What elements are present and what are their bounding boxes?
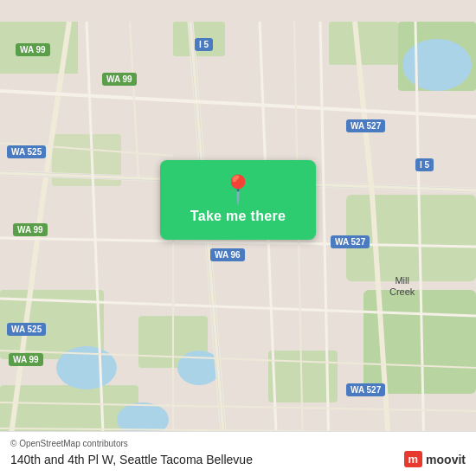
highway-label-wa99-2: WA 99 (102, 73, 137, 86)
place-label-mill-creek: MillCreek (389, 275, 415, 298)
highway-label-wa527-3: WA 527 (346, 383, 385, 396)
bottom-bar: © OpenStreetMap contributors 140th and 4… (0, 431, 476, 476)
map-container: WA 99 WA 99 WA 99 WA 99 WA 525 WA 525 WA… (0, 0, 476, 476)
svg-rect-9 (329, 22, 398, 65)
button-label: Take me there (190, 209, 286, 224)
moovit-text: moovit (426, 453, 466, 466)
highway-label-wa527-2: WA 527 (331, 235, 370, 248)
highway-label-wa99-4: WA 99 (9, 353, 43, 366)
moovit-logo: m moovit (404, 451, 466, 467)
take-me-there-button[interactable]: 📍 Take me there (160, 160, 316, 240)
highway-label-wa99-1: WA 99 (16, 43, 50, 56)
highway-label-wa99-3: WA 99 (13, 223, 48, 236)
highway-label-wa525-1: WA 525 (7, 145, 46, 158)
location-row: 140th and 4th Pl W, Seattle Tacoma Belle… (10, 451, 466, 467)
pin-icon: 📍 (221, 176, 255, 203)
moovit-m-icon: m (404, 451, 423, 467)
highway-label-wa527-1: WA 527 (346, 119, 385, 132)
highway-label-i5-2: I 5 (195, 38, 213, 51)
svg-point-12 (402, 39, 472, 91)
highway-label-i5-1: WA 96 (210, 248, 245, 261)
attribution: © OpenStreetMap contributors (10, 439, 466, 448)
location-text: 140th and 4th Pl W, Seattle Tacoma Belle… (10, 453, 253, 466)
highway-label-wa525-2: WA 525 (7, 323, 46, 336)
highway-label-wa96: I 5 (415, 158, 434, 171)
